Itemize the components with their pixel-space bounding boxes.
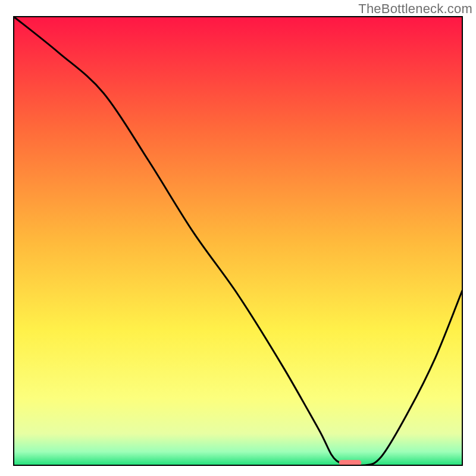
chart-stage: TheBottleneck.com [0, 0, 476, 476]
plot-background [14, 17, 462, 465]
optimal-marker [339, 460, 362, 465]
plot-area [14, 17, 462, 466]
bottleneck-chart [0, 0, 476, 476]
